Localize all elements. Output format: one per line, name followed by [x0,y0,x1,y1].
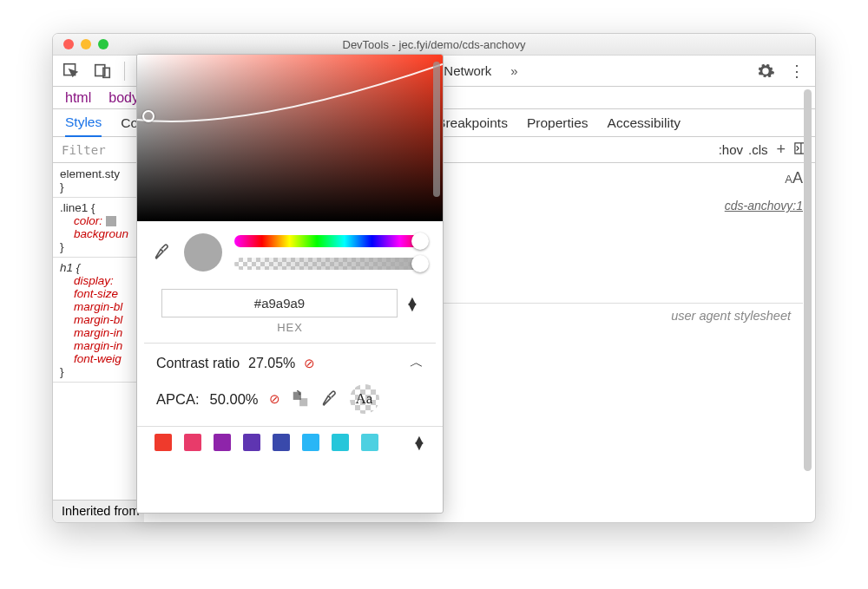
palette-swatch[interactable] [155,434,172,451]
eyedropper-icon[interactable] [153,243,172,262]
palette-swatch[interactable] [273,434,290,451]
crumb-html[interactable]: html [65,90,91,106]
palette-swatch[interactable] [332,434,349,451]
chevron-up-icon[interactable]: ︿ [410,354,424,372]
titlebar: DevTools - jec.fyi/demo/cds-anchovy [53,34,815,56]
scrollbar[interactable] [801,89,813,494]
palette-swatch[interactable] [184,434,201,451]
prop-background[interactable]: backgroun [60,227,136,240]
tab-properties[interactable]: Properties [527,115,589,131]
contrast-value: 27.05% [248,356,295,371]
crumb-body[interactable]: body [108,90,139,106]
text-preview-badge: Aa [350,384,379,414]
hov-toggle[interactable]: :hov [719,142,743,157]
more-tabs-icon[interactable]: » [510,63,517,78]
tab-styles[interactable]: Styles [65,115,102,137]
prop-color[interactable]: color: [60,214,136,227]
tab-breakpoints[interactable]: Breakpoints [437,115,508,131]
current-color-swatch [184,233,222,272]
apca-row: APCA: 50.00% ⊘ Aa [137,379,443,426]
hex-label: HEX [137,317,443,343]
slider-row [137,221,443,284]
palette-swatch[interactable] [302,434,319,451]
new-style-rule-icon[interactable]: + [773,141,789,159]
apca-label: APCA: [156,391,200,408]
format-stepper[interactable]: ▲▼ [406,298,418,310]
hue-slider[interactable] [234,235,427,247]
fail-icon: ⊘ [269,391,280,407]
window-title: DevTools - jec.fyi/demo/cds-anchovy [53,38,815,51]
color-handle-icon[interactable] [142,110,155,122]
tab-accessibility[interactable]: Accessibility [608,115,681,131]
alpha-thumb-icon[interactable] [411,255,429,272]
gear-icon[interactable] [756,62,775,81]
palette-swatch[interactable] [214,434,231,451]
element-style-block[interactable]: element.sty } [53,164,143,198]
contrast-label: Contrast ratio [156,356,240,371]
saturation-value-field[interactable] [137,55,443,221]
source-link[interactable]: cds-anchovy:1 [725,199,803,213]
styles-rules: element.sty } .line1 { color: backgroun … [53,164,144,522]
rule-line1[interactable]: .line1 { color: backgroun } [53,198,143,258]
palette-swatch[interactable] [243,434,260,451]
fail-icon: ⊘ [304,356,315,371]
palette-swatch[interactable] [361,434,378,451]
kebab-icon[interactable]: ⋮ [787,62,806,81]
device-toggle-icon[interactable] [93,62,112,81]
color-swatch-icon[interactable] [106,216,116,226]
hue-thumb-icon[interactable] [411,232,429,250]
hex-input[interactable] [161,289,398,317]
palette-stepper[interactable]: ▲▼ [413,436,425,448]
contrast-row[interactable]: Contrast ratio 27.05% ⊘ ︿ [137,344,443,379]
tab-network[interactable]: Network [437,60,498,82]
font-size-badge[interactable]: AA [785,169,803,187]
color-picker-popup: ▲▼ HEX Contrast ratio 27.05% ⊘ ︿ APCA: 5… [136,54,444,514]
pick-background-icon[interactable] [320,389,339,409]
cls-toggle[interactable]: .cls [748,142,768,157]
inherited-from-label: Inherited from [53,500,144,522]
inspect-icon[interactable] [62,62,81,81]
picker-scrollbar[interactable] [433,62,440,197]
apca-value: 50.00% [210,391,259,408]
swap-colors-icon[interactable] [291,389,310,409]
alpha-slider[interactable] [234,258,427,270]
palette-row: ▲▼ [137,426,443,458]
rule-h1[interactable]: h1 { display: font-size margin-bl margin… [53,258,143,383]
